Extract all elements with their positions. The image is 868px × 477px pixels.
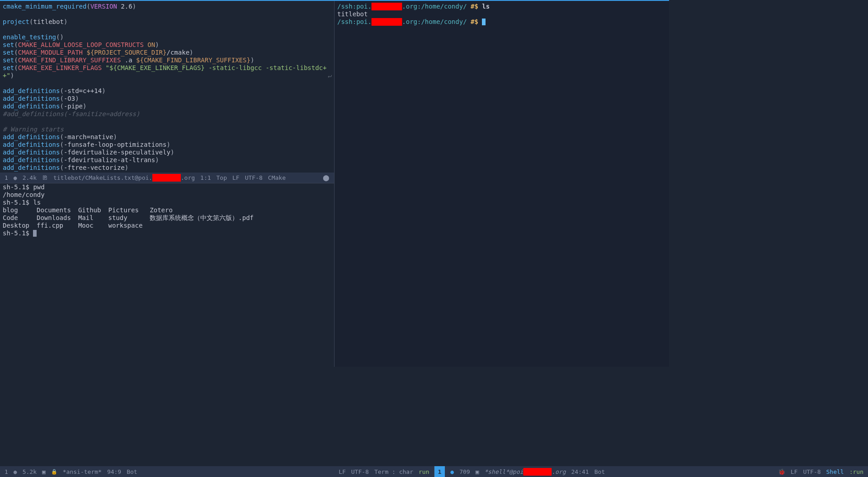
left-pane: cmake_minimum_required(VERSION 2.6) proj… xyxy=(0,1,335,367)
ssh-shell[interactable]: /ssh:poi.████████.org:/home/condy/ #$ ls… xyxy=(335,1,669,367)
major-mode: CMake xyxy=(268,174,286,182)
ansi-term[interactable]: sh-5.1$ pwd /home/condy sh-5.1$ ls blogC… xyxy=(0,183,334,367)
encoding: UTF-8 xyxy=(245,174,263,182)
cursor-pos: 1:1 xyxy=(200,174,211,182)
line-ending: LF xyxy=(232,174,240,182)
file-path: titlebot/CMakeLists.txt@poi.████████.org xyxy=(53,174,195,182)
right-pane: /ssh:poi.████████.org:/home/condy/ #$ ls… xyxy=(335,1,669,367)
cursor xyxy=(33,230,37,237)
modeline-editor[interactable]: 1 ● 2.4k 🖹 titlebot/CMakeLists.txt@poi.█… xyxy=(0,173,334,183)
file-icon: 🖹 xyxy=(42,174,48,182)
file-size: 2.4k xyxy=(23,174,37,182)
buffer-number: 1 xyxy=(5,174,8,182)
term-content[interactable]: sh-5.1$ pwd /home/condy sh-5.1$ ls blogC… xyxy=(3,183,331,237)
cmake-editor[interactable]: cmake_minimum_required(VERSION 2.6) proj… xyxy=(0,1,334,173)
right-indicator-icon: ⬤ xyxy=(323,174,330,182)
code-content[interactable]: cmake_minimum_required(VERSION 2.6) proj… xyxy=(3,3,331,172)
modified-dot-icon: ● xyxy=(14,174,17,182)
editor-container: cmake_minimum_required(VERSION 2.6) proj… xyxy=(0,0,669,367)
scroll-pos: Top xyxy=(217,174,227,182)
cursor xyxy=(482,19,486,25)
ssh-content[interactable]: /ssh:poi.████████.org:/home/condy/ #$ ls… xyxy=(337,3,666,26)
